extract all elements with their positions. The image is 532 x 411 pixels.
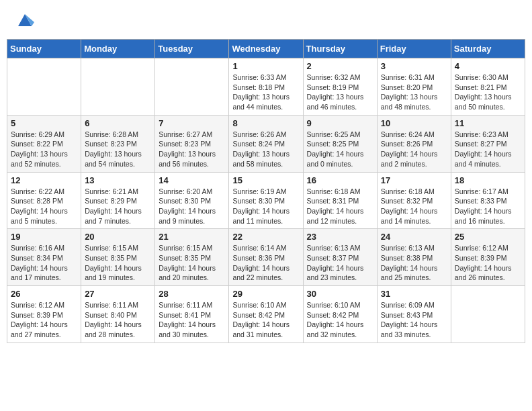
calendar-cell: 23Sunrise: 6:13 AMSunset: 8:37 PMDayligh… [303, 229, 377, 286]
day-info: Sunrise: 6:26 AMSunset: 8:24 PMDaylight:… [232, 130, 299, 169]
logo [13, 10, 34, 29]
week-row-1: 1Sunrise: 6:33 AMSunset: 8:18 PMDaylight… [7, 58, 525, 116]
calendar-cell: 20Sunrise: 6:15 AMSunset: 8:35 PMDayligh… [81, 229, 155, 286]
day-number: 20 [85, 232, 151, 242]
day-info: Sunrise: 6:17 AMSunset: 8:33 PMDaylight:… [455, 187, 521, 226]
day-info: Sunrise: 6:11 AMSunset: 8:41 PMDaylight:… [159, 300, 225, 340]
day-info: Sunrise: 6:16 AMSunset: 8:34 PMDaylight:… [11, 243, 77, 283]
calendar-cell: 21Sunrise: 6:15 AMSunset: 8:35 PMDayligh… [155, 229, 229, 286]
day-number: 4 [455, 61, 521, 71]
day-info: Sunrise: 6:15 AMSunset: 8:35 PMDaylight:… [159, 243, 225, 283]
day-info: Sunrise: 6:31 AMSunset: 8:20 PMDaylight:… [381, 73, 447, 112]
day-number: 22 [232, 232, 299, 242]
calendar-cell: 4Sunrise: 6:30 AMSunset: 8:21 PMDaylight… [451, 58, 525, 116]
day-info: Sunrise: 6:12 AMSunset: 8:39 PMDaylight:… [455, 243, 521, 283]
day-number: 25 [455, 232, 521, 242]
day-info: Sunrise: 6:09 AMSunset: 8:43 PMDaylight:… [381, 300, 447, 340]
week-row-5: 26Sunrise: 6:12 AMSunset: 8:39 PMDayligh… [7, 286, 525, 343]
calendar-cell: 30Sunrise: 6:10 AMSunset: 8:42 PMDayligh… [303, 286, 377, 343]
day-number: 23 [307, 232, 373, 242]
weekday-header-friday: Friday [377, 40, 451, 58]
week-row-2: 5Sunrise: 6:29 AMSunset: 8:22 PMDaylight… [7, 115, 525, 172]
calendar-cell [451, 286, 525, 343]
day-info: Sunrise: 6:15 AMSunset: 8:35 PMDaylight:… [85, 243, 151, 283]
day-info: Sunrise: 6:29 AMSunset: 8:22 PMDaylight:… [11, 130, 77, 169]
calendar-cell: 18Sunrise: 6:17 AMSunset: 8:33 PMDayligh… [451, 172, 525, 229]
calendar-cell: 3Sunrise: 6:31 AMSunset: 8:20 PMDaylight… [377, 58, 451, 116]
calendar-cell: 19Sunrise: 6:16 AMSunset: 8:34 PMDayligh… [7, 229, 81, 286]
day-number: 2 [307, 61, 373, 71]
day-number: 10 [381, 118, 447, 128]
weekday-header-thursday: Thursday [303, 40, 377, 58]
day-info: Sunrise: 6:33 AMSunset: 8:18 PMDaylight:… [232, 73, 299, 112]
day-info: Sunrise: 6:10 AMSunset: 8:42 PMDaylight:… [307, 300, 373, 340]
day-number: 15 [232, 175, 299, 185]
day-number: 6 [85, 118, 151, 128]
day-info: Sunrise: 6:11 AMSunset: 8:40 PMDaylight:… [85, 300, 151, 340]
day-number: 28 [159, 289, 225, 299]
calendar-cell: 24Sunrise: 6:13 AMSunset: 8:38 PMDayligh… [377, 229, 451, 286]
weekday-header-monday: Monday [81, 40, 155, 58]
week-row-4: 19Sunrise: 6:16 AMSunset: 8:34 PMDayligh… [7, 229, 525, 286]
calendar-cell: 11Sunrise: 6:23 AMSunset: 8:27 PMDayligh… [451, 115, 525, 172]
calendar-cell: 15Sunrise: 6:19 AMSunset: 8:30 PMDayligh… [229, 172, 303, 229]
logo-icon [15, 10, 34, 29]
weekday-header-row: SundayMondayTuesdayWednesdayThursdayFrid… [7, 40, 525, 58]
day-number: 7 [159, 118, 225, 128]
page-header [7, 7, 525, 32]
calendar-cell: 25Sunrise: 6:12 AMSunset: 8:39 PMDayligh… [451, 229, 525, 286]
day-info: Sunrise: 6:18 AMSunset: 8:31 PMDaylight:… [307, 187, 373, 226]
day-number: 1 [232, 61, 299, 71]
weekday-header-tuesday: Tuesday [155, 40, 229, 58]
calendar-cell: 17Sunrise: 6:18 AMSunset: 8:32 PMDayligh… [377, 172, 451, 229]
day-info: Sunrise: 6:28 AMSunset: 8:23 PMDaylight:… [85, 130, 151, 169]
day-number: 9 [307, 118, 373, 128]
calendar-cell: 31Sunrise: 6:09 AMSunset: 8:43 PMDayligh… [377, 286, 451, 343]
day-number: 5 [11, 118, 77, 128]
day-info: Sunrise: 6:27 AMSunset: 8:23 PMDaylight:… [159, 130, 225, 169]
calendar-cell [81, 58, 155, 116]
calendar-cell: 26Sunrise: 6:12 AMSunset: 8:39 PMDayligh… [7, 286, 81, 343]
day-number: 16 [307, 175, 373, 185]
day-number: 11 [455, 118, 521, 128]
day-number: 14 [159, 175, 225, 185]
calendar-cell: 16Sunrise: 6:18 AMSunset: 8:31 PMDayligh… [303, 172, 377, 229]
day-info: Sunrise: 6:21 AMSunset: 8:29 PMDaylight:… [85, 187, 151, 226]
day-number: 21 [159, 232, 225, 242]
day-number: 8 [232, 118, 299, 128]
day-number: 18 [455, 175, 521, 185]
weekday-header-saturday: Saturday [451, 40, 525, 58]
calendar-cell: 9Sunrise: 6:25 AMSunset: 8:25 PMDaylight… [303, 115, 377, 172]
calendar-cell: 6Sunrise: 6:28 AMSunset: 8:23 PMDaylight… [81, 115, 155, 172]
week-row-3: 12Sunrise: 6:22 AMSunset: 8:28 PMDayligh… [7, 172, 525, 229]
weekday-header-wednesday: Wednesday [229, 40, 303, 58]
calendar-cell: 22Sunrise: 6:14 AMSunset: 8:36 PMDayligh… [229, 229, 303, 286]
calendar-cell [7, 58, 81, 116]
day-info: Sunrise: 6:10 AMSunset: 8:42 PMDaylight:… [232, 300, 299, 340]
calendar-cell: 14Sunrise: 6:20 AMSunset: 8:30 PMDayligh… [155, 172, 229, 229]
calendar-cell: 12Sunrise: 6:22 AMSunset: 8:28 PMDayligh… [7, 172, 81, 229]
day-info: Sunrise: 6:19 AMSunset: 8:30 PMDaylight:… [232, 187, 299, 226]
day-number: 31 [381, 289, 447, 299]
calendar-cell: 10Sunrise: 6:24 AMSunset: 8:26 PMDayligh… [377, 115, 451, 172]
calendar-cell: 28Sunrise: 6:11 AMSunset: 8:41 PMDayligh… [155, 286, 229, 343]
day-info: Sunrise: 6:14 AMSunset: 8:36 PMDaylight:… [232, 243, 299, 283]
calendar-cell: 13Sunrise: 6:21 AMSunset: 8:29 PMDayligh… [81, 172, 155, 229]
day-info: Sunrise: 6:30 AMSunset: 8:21 PMDaylight:… [455, 73, 521, 112]
day-number: 26 [11, 289, 77, 299]
day-info: Sunrise: 6:23 AMSunset: 8:27 PMDaylight:… [455, 130, 521, 169]
day-info: Sunrise: 6:13 AMSunset: 8:38 PMDaylight:… [381, 243, 447, 283]
day-number: 17 [381, 175, 447, 185]
day-info: Sunrise: 6:22 AMSunset: 8:28 PMDaylight:… [11, 187, 77, 226]
weekday-header-sunday: Sunday [7, 40, 81, 58]
day-info: Sunrise: 6:32 AMSunset: 8:19 PMDaylight:… [307, 73, 373, 112]
calendar-cell: 7Sunrise: 6:27 AMSunset: 8:23 PMDaylight… [155, 115, 229, 172]
day-number: 13 [85, 175, 151, 185]
calendar-cell: 27Sunrise: 6:11 AMSunset: 8:40 PMDayligh… [81, 286, 155, 343]
day-info: Sunrise: 6:12 AMSunset: 8:39 PMDaylight:… [11, 300, 77, 340]
calendar-cell [155, 58, 229, 116]
day-number: 3 [381, 61, 447, 71]
day-number: 19 [11, 232, 77, 242]
calendar-cell: 29Sunrise: 6:10 AMSunset: 8:42 PMDayligh… [229, 286, 303, 343]
day-info: Sunrise: 6:18 AMSunset: 8:32 PMDaylight:… [381, 187, 447, 226]
